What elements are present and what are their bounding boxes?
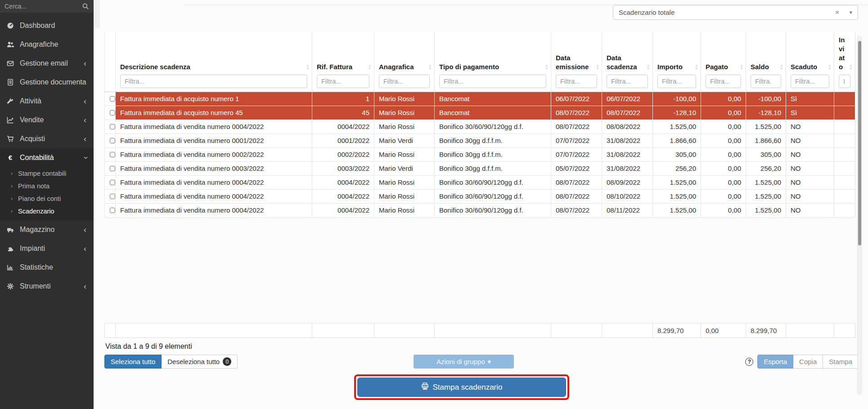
table-row[interactable]: Fattura immediata di vendita numero 0002… <box>105 148 855 162</box>
column-header[interactable]: Tipo di pagamento ▲▼ <box>435 32 551 92</box>
sidebar-item-dashboard[interactable]: Dashboard <box>0 16 94 35</box>
cell-anagrafica: Mario Verdi <box>374 134 435 148</box>
sidebar-item-magazzino[interactable]: Magazzino ‹ <box>0 220 94 239</box>
column-filter-input[interactable] <box>607 75 648 88</box>
cell-anagrafica: Mario Rossi <box>374 92 435 106</box>
sidebar-search[interactable] <box>0 0 94 13</box>
column-header[interactable]: Importo ▲▼ <box>653 32 701 92</box>
sidebar-item-gestione-documentale[interactable]: Gestione documentale <box>0 73 94 92</box>
row-checkbox[interactable] <box>110 138 115 143</box>
sidebar-item-contabilita[interactable]: € Contabilità ‹ <box>0 148 94 167</box>
column-header[interactable]: Inviato ▲▼ <box>834 32 855 92</box>
sidebar-item-strumenti[interactable]: Strumenti ‹ <box>0 277 94 296</box>
column-header[interactable]: Anagrafica ▲▼ <box>374 32 435 92</box>
row-checkbox[interactable] <box>110 194 115 199</box>
column-filter-input[interactable] <box>556 75 597 88</box>
chevron-icon: ‹ <box>83 156 87 159</box>
column-filter-input[interactable] <box>791 75 829 88</box>
column-title: Data emissione <box>556 53 597 71</box>
view-select[interactable]: Scadenzario totale × ▾ <box>613 5 858 20</box>
sidebar-item-statistiche[interactable]: Statistiche <box>0 258 94 277</box>
table-row[interactable]: Fattura immediata di vendita numero 0004… <box>105 204 855 218</box>
table-row[interactable]: Fattura immediata di acquisto numero 1 1… <box>105 92 855 106</box>
sidebar-item-anagrafiche[interactable]: Anagrafiche <box>0 35 94 54</box>
print-button[interactable]: Stampa <box>823 355 859 369</box>
chevron-icon: ‹ <box>84 99 86 103</box>
view-select-value: Scadenzario totale <box>619 9 835 16</box>
column-filter-input[interactable] <box>706 75 741 88</box>
search-input[interactable] <box>4 3 82 10</box>
row-checkbox[interactable] <box>110 166 115 171</box>
table-row[interactable]: Fattura immediata di vendita numero 0004… <box>105 190 855 204</box>
sidebar-subitem-prima-nota[interactable]: › Prima nota <box>0 180 94 192</box>
sidebar-item-label: Attività <box>20 97 78 105</box>
cell-pagato: 0,00 <box>701 120 746 134</box>
table-row[interactable]: Fattura immediata di vendita numero 0001… <box>105 134 855 148</box>
deselect-all-button[interactable]: Deseleziona tutto 0 <box>162 355 238 369</box>
scrollbar-thumb[interactable] <box>858 41 861 245</box>
row-checkbox[interactable] <box>110 180 115 185</box>
table-row[interactable]: Fattura immediata di vendita numero 0003… <box>105 162 855 176</box>
column-filter-input[interactable] <box>839 75 850 88</box>
export-toolbar: ? Esporta Copia Stampa <box>745 355 859 369</box>
cell-pagato: 0,00 <box>701 92 746 106</box>
table-row[interactable]: Fattura immediata di vendita numero 0004… <box>105 120 855 134</box>
cell-data-scadenza: 08/08/2022 <box>602 120 653 134</box>
sidebar-item-label: Gestione email <box>20 59 78 67</box>
sidebar-item-acquisti[interactable]: Acquisti ‹ <box>0 129 94 148</box>
table-row[interactable]: Fattura immediata di vendita numero 0004… <box>105 176 855 190</box>
help-icon[interactable]: ? <box>745 358 753 366</box>
clear-icon[interactable]: × <box>835 8 840 17</box>
row-checkbox[interactable] <box>110 96 115 102</box>
cell-data-emissione: 08/07/2022 <box>551 120 602 134</box>
cell-inviato <box>834 106 855 120</box>
cell-saldo: 256,20 <box>746 162 786 176</box>
row-checkbox[interactable] <box>110 110 115 116</box>
copy-button[interactable]: Copia <box>793 355 823 369</box>
sidebar-item-impianti[interactable]: Impianti ‹ <box>0 239 94 258</box>
sidebar-subitem-label: Piano dei conti <box>18 195 61 202</box>
cell-descrizione: Fattura immediata di vendita numero 0003… <box>116 162 312 176</box>
column-header[interactable]: Pagato ▲▼ <box>701 32 746 92</box>
column-filter-input[interactable] <box>751 75 781 88</box>
column-header[interactable]: Data emissione ▲▼ <box>551 32 602 92</box>
sidebar-subitem-stampe-contabili[interactable]: › Stampe contabili <box>0 167 94 180</box>
column-filter-input[interactable] <box>120 75 307 88</box>
sidebar-item-vendite[interactable]: Vendite ‹ <box>0 111 94 129</box>
chevron-icon: ‹ <box>84 227 86 232</box>
column-filter-input[interactable] <box>439 75 546 88</box>
sort-icon: ▲▼ <box>428 64 432 70</box>
sidebar-item-attivita[interactable]: Attività ‹ <box>0 92 94 111</box>
row-checkbox[interactable] <box>110 152 115 157</box>
column-header[interactable]: Saldo ▲▼ <box>746 32 786 92</box>
cell-inviato <box>834 204 855 218</box>
print-schedule-button[interactable]: Stampa scadenzario <box>357 378 566 397</box>
cell-data-emissione: 08/07/2022 <box>551 204 602 218</box>
column-filter-input[interactable] <box>317 75 369 88</box>
table-row[interactable]: Fattura immediata di acquisto numero 45 … <box>105 106 855 120</box>
search-icon[interactable] <box>82 3 89 10</box>
cell-descrizione: Fattura immediata di vendita numero 0004… <box>116 120 312 134</box>
cell-saldo: 1.525,00 <box>746 176 786 190</box>
cell-importo: 1.525,00 <box>653 204 701 218</box>
row-checkbox[interactable] <box>110 208 115 213</box>
cell-scaduto: NO <box>786 190 834 204</box>
select-all-button[interactable]: Seleziona tutto <box>104 355 162 369</box>
column-header[interactable]: Descrizione scadenza ▲▼ <box>116 32 312 92</box>
sidebar-subitem-scadenzario[interactable]: › Scadenzario <box>0 205 94 218</box>
export-button[interactable]: Esporta <box>757 355 793 369</box>
column-header[interactable]: Rif. Fattura ▲▼ <box>312 32 374 92</box>
column-filter-input[interactable] <box>379 75 430 88</box>
cell-data-emissione: 08/07/2022 <box>551 176 602 190</box>
sidebar-item-label: Anagrafiche <box>20 40 86 49</box>
sidebar-item-gestione-email[interactable]: Gestione email ‹ <box>0 54 94 73</box>
vertical-scrollbar[interactable] <box>857 36 862 395</box>
column-header[interactable]: Data scadenza ▲▼ <box>602 32 653 92</box>
row-checkbox[interactable] <box>110 124 115 129</box>
column-filter-input[interactable] <box>657 75 696 88</box>
group-actions-button[interactable]: Azioni di gruppo ▾ <box>414 355 514 369</box>
sidebar-subitem-piano-dei-conti[interactable]: › Piano dei conti <box>0 192 94 205</box>
cell-descrizione: Fattura immediata di acquisto numero 1 <box>116 92 312 106</box>
column-header[interactable]: Scaduto ▲▼ <box>786 32 834 92</box>
chevron-down-icon[interactable]: ▾ <box>849 9 852 16</box>
